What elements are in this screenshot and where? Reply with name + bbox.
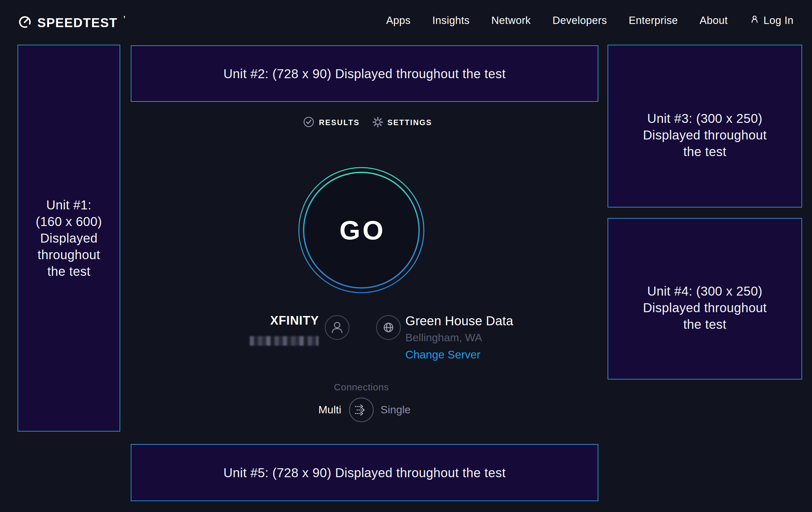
nav-item-apps[interactable]: Apps [386, 15, 411, 26]
ad-unit-3-text: Unit #3: (300 x 250) Displayed throughou… [643, 92, 767, 160]
check-circle-icon [303, 116, 315, 129]
tab-settings[interactable]: SETTINGS [373, 117, 432, 129]
trademark-tick: ’ [123, 14, 125, 24]
ad-unit-3: Unit #3: (300 x 250) Displayed throughou… [608, 45, 802, 208]
isp-user-badge [324, 315, 350, 340]
connections-label: Connections [314, 382, 409, 393]
change-server-link[interactable]: Change Server [405, 348, 513, 361]
multi-arrows-icon [349, 397, 374, 423]
login-label: Log In [763, 15, 793, 26]
speedometer-icon [18, 15, 32, 31]
server-globe-badge [376, 315, 401, 340]
go-button[interactable]: GO [294, 163, 428, 297]
ad-unit-4: Unit #4: (300 x 250) Displayed throughou… [608, 218, 802, 380]
speedtest-logo[interactable]: SPEEDTEST ’ [18, 15, 125, 31]
redacted-ip [250, 336, 319, 346]
connections-toggle[interactable] [349, 397, 374, 423]
connections-single-option[interactable]: Single [380, 403, 411, 416]
connections-multi-option[interactable]: Multi [274, 403, 341, 416]
tab-results-label: RESULTS [319, 118, 360, 127]
nav-item-network[interactable]: Network [491, 15, 531, 26]
ad-unit-2: Unit #2: (728 x 90) Displayed throughout… [131, 45, 598, 102]
person-icon [335, 322, 340, 328]
view-tabs: RESULTS SETTING [303, 116, 432, 129]
nav-item-about[interactable]: About [700, 15, 728, 26]
ad-unit-4-text: Unit #4: (300 x 250) Displayed throughou… [643, 265, 767, 332]
speedtest-page: SPEEDTEST ’ Apps Insights Network Develo… [0, 0, 812, 512]
user-icon [750, 14, 760, 27]
ad-unit-5: Unit #5: (728 x 90) Displayed throughout… [131, 444, 598, 501]
gear-icon [373, 117, 383, 129]
nav-item-insights[interactable]: Insights [433, 15, 470, 26]
login-button[interactable]: Log In [750, 14, 793, 27]
ad-unit-1-text: Unit #1: (160 x 600) Displayed throughou… [36, 197, 102, 279]
ad-unit-1: Unit #1: (160 x 600) Displayed throughou… [18, 45, 120, 432]
nav-item-enterprise[interactable]: Enterprise [629, 15, 678, 26]
server-name: Green House Data [405, 314, 513, 328]
server-location: Bellingham, WA [405, 331, 513, 344]
ad-unit-5-text: Unit #5: (728 x 90) Displayed throughout… [223, 464, 505, 481]
tab-settings-label: SETTINGS [387, 118, 432, 127]
server-info: Green House Data Bellingham, WA Change S… [405, 314, 513, 361]
logo-text: SPEEDTEST [37, 16, 117, 30]
globe-icon [376, 315, 401, 340]
isp-name: XFINITY [191, 314, 319, 327]
go-label: GO [294, 163, 428, 297]
nav-item-developers[interactable]: Developers [552, 15, 607, 26]
main-nav: Apps Insights Network Developers Enterpr… [386, 14, 793, 27]
ad-unit-2-text: Unit #2: (728 x 90) Displayed throughout… [223, 65, 505, 82]
tab-results[interactable]: RESULTS [303, 116, 360, 129]
